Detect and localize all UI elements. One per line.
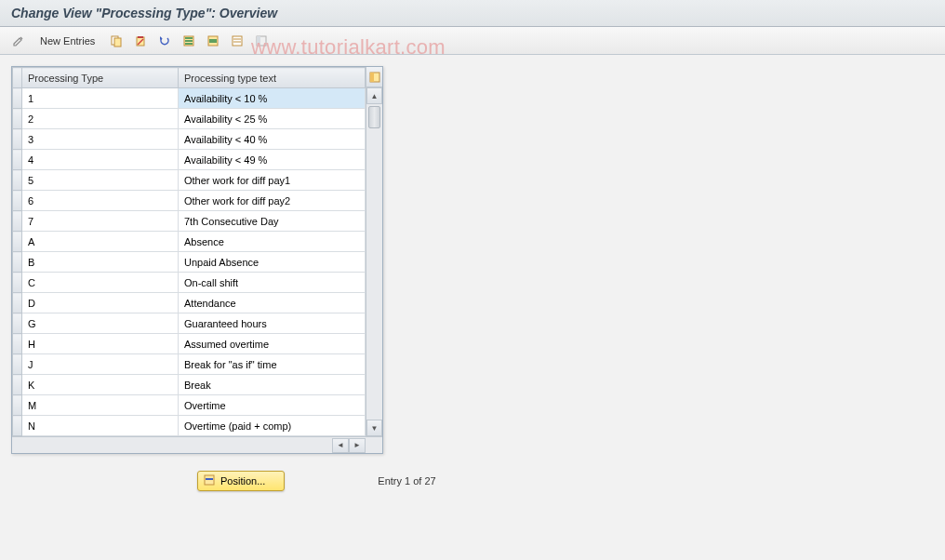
copy-as-icon[interactable] xyxy=(105,32,127,50)
cell-processing-type-text[interactable]: Availability < 40 % xyxy=(179,129,366,150)
row-selector[interactable] xyxy=(13,395,22,416)
cell-processing-type-text[interactable]: Attendance xyxy=(179,293,366,313)
cell-processing-type[interactable]: K xyxy=(22,375,179,395)
table-row[interactable]: GGuaranteed hours xyxy=(13,313,366,334)
cell-processing-type[interactable]: C xyxy=(22,273,179,293)
horizontal-scrollbar[interactable]: ◄ ► xyxy=(12,436,382,453)
cell-processing-type-text[interactable]: Guaranteed hours xyxy=(179,313,366,334)
vertical-scrollbar[interactable]: ▲ ▼ xyxy=(366,67,382,436)
scroll-up-button[interactable]: ▲ xyxy=(366,87,382,104)
row-selector[interactable] xyxy=(13,170,22,191)
table-row[interactable]: 1Availability < 10 % xyxy=(13,88,366,109)
position-label: Position... xyxy=(220,475,265,487)
cell-processing-type[interactable]: H xyxy=(22,334,179,354)
svg-rect-8 xyxy=(185,43,193,45)
cell-processing-type[interactable]: 2 xyxy=(22,109,179,129)
position-icon xyxy=(204,474,215,487)
delete-icon[interactable] xyxy=(129,32,152,50)
scroll-thumb[interactable] xyxy=(368,106,380,128)
cell-processing-type[interactable]: 3 xyxy=(22,129,179,150)
cell-processing-type-text[interactable]: Break for "as if" time xyxy=(179,354,366,375)
cell-processing-type[interactable]: 5 xyxy=(22,170,179,191)
table-row[interactable]: 5Other work for diff pay1 xyxy=(13,170,366,191)
row-selector[interactable] xyxy=(13,252,22,273)
select-block-icon[interactable] xyxy=(202,32,224,50)
cell-processing-type[interactable]: 4 xyxy=(22,150,179,170)
cell-processing-type[interactable]: 6 xyxy=(22,191,179,211)
table-row[interactable]: 2Availability < 25 % xyxy=(13,109,366,129)
scroll-right-button[interactable]: ► xyxy=(349,438,366,453)
column-header-processing-type-text[interactable]: Processing type text xyxy=(179,68,366,88)
row-selector[interactable] xyxy=(13,109,22,129)
cell-processing-type-text[interactable]: Assumed overtime xyxy=(179,334,366,354)
table-row[interactable]: COn-call shift xyxy=(13,273,366,293)
cell-processing-type[interactable]: 7 xyxy=(22,211,179,232)
scroll-left-button[interactable]: ◄ xyxy=(332,438,349,453)
cell-processing-type-text[interactable]: Availability < 25 % xyxy=(179,109,366,129)
row-selector[interactable] xyxy=(13,191,22,211)
processing-type-table: Processing Type Processing type text 1Av… xyxy=(11,66,383,454)
svg-rect-10 xyxy=(209,39,217,43)
cell-processing-type-text[interactable]: Overtime (paid + comp) xyxy=(179,416,366,436)
row-selector[interactable] xyxy=(13,129,22,150)
cell-processing-type[interactable]: G xyxy=(22,313,179,334)
position-button[interactable]: Position... xyxy=(197,471,285,491)
cell-processing-type-text[interactable]: On-call shift xyxy=(179,273,366,293)
cell-processing-type-text[interactable]: Availability < 10 % xyxy=(179,88,366,109)
table-row[interactable]: DAttendance xyxy=(13,293,366,313)
scroll-track[interactable] xyxy=(366,104,382,420)
page-title: Change View "Processing Type": Overview xyxy=(11,6,277,20)
table-row[interactable]: BUnpaid Absence xyxy=(13,252,366,273)
cell-processing-type-text[interactable]: Overtime xyxy=(179,395,366,416)
row-selector[interactable] xyxy=(13,88,22,109)
cell-processing-type-text[interactable]: Unpaid Absence xyxy=(179,252,366,273)
row-selector[interactable] xyxy=(13,211,22,232)
table-row[interactable]: MOvertime xyxy=(13,395,366,416)
cell-processing-type[interactable]: N xyxy=(22,416,179,436)
table-row[interactable]: AAbsence xyxy=(13,232,366,252)
column-header-processing-type[interactable]: Processing Type xyxy=(22,68,179,88)
cell-processing-type[interactable]: J xyxy=(22,354,179,375)
cell-processing-type-text[interactable]: Other work for diff pay1 xyxy=(179,170,366,191)
table-row[interactable]: KBreak xyxy=(13,375,366,395)
cell-processing-type-text[interactable]: Other work for diff pay2 xyxy=(179,191,366,211)
table-row[interactable]: JBreak for "as if" time xyxy=(13,354,366,375)
row-selector[interactable] xyxy=(13,313,22,334)
row-selector[interactable] xyxy=(13,273,22,293)
scroll-down-button[interactable]: ▼ xyxy=(366,420,382,436)
table-row[interactable]: 6Other work for diff pay2 xyxy=(13,191,366,211)
row-selector[interactable] xyxy=(13,354,22,375)
undo-change-icon[interactable] xyxy=(153,32,176,50)
select-all-icon[interactable] xyxy=(178,32,200,50)
cell-processing-type-text[interactable]: 7th Consecutive Day xyxy=(179,211,366,232)
cell-processing-type-text[interactable]: Absence xyxy=(179,232,366,252)
row-selector[interactable] xyxy=(13,150,22,170)
svg-rect-11 xyxy=(233,36,242,46)
deselect-all-icon[interactable] xyxy=(226,32,248,50)
row-selector-header[interactable] xyxy=(13,68,22,88)
row-selector[interactable] xyxy=(13,334,22,354)
cell-processing-type[interactable]: A xyxy=(22,232,179,252)
table-row[interactable]: 77th Consecutive Day xyxy=(13,211,366,232)
new-entries-button[interactable]: New Entries xyxy=(32,32,103,50)
table-row[interactable]: 3Availability < 40 % xyxy=(13,129,366,150)
row-selector[interactable] xyxy=(13,293,22,313)
row-selector[interactable] xyxy=(13,416,22,436)
cell-processing-type[interactable]: B xyxy=(22,252,179,273)
cell-processing-type-text[interactable]: Availability < 49 % xyxy=(179,150,366,170)
table-row[interactable]: 4Availability < 49 % xyxy=(13,150,366,170)
svg-rect-6 xyxy=(185,37,193,39)
svg-rect-17 xyxy=(370,73,374,82)
row-selector[interactable] xyxy=(13,375,22,395)
cell-processing-type[interactable]: D xyxy=(22,293,179,313)
cell-processing-type[interactable]: M xyxy=(22,395,179,416)
toggle-display-change-icon[interactable] xyxy=(7,32,30,50)
table-row[interactable]: NOvertime (paid + comp) xyxy=(13,416,366,436)
toolbar: New Entries xyxy=(0,27,945,55)
cell-processing-type-text[interactable]: Break xyxy=(179,375,366,395)
cell-processing-type[interactable]: 1 xyxy=(22,88,179,109)
table-settings-icon[interactable] xyxy=(366,67,382,87)
configuration-icon[interactable] xyxy=(250,32,273,50)
table-row[interactable]: HAssumed overtime xyxy=(13,334,366,354)
row-selector[interactable] xyxy=(13,232,22,252)
